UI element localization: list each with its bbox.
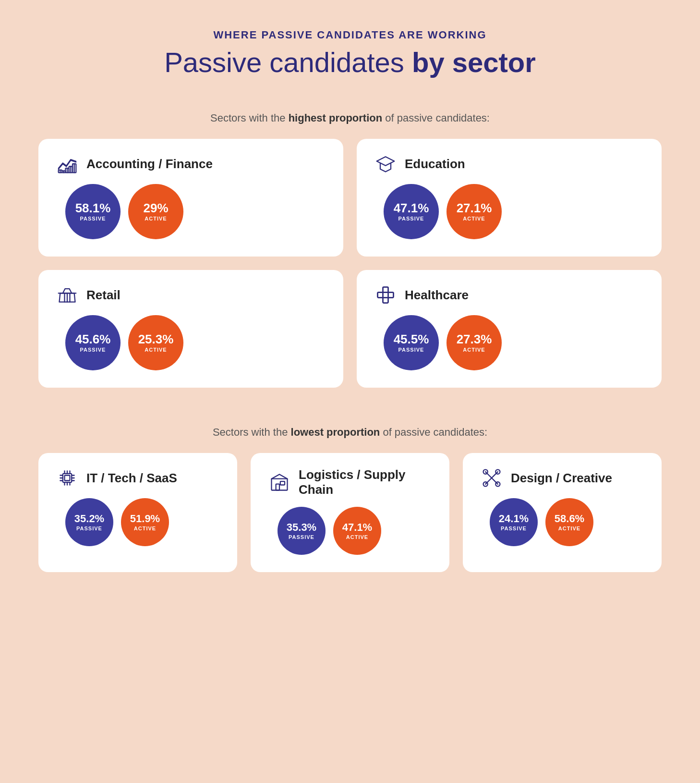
logistics-active-label: ACTIVE [346, 534, 368, 540]
svg-rect-30 [65, 476, 70, 481]
lowest-intro-end: of passive candidates: [380, 426, 487, 438]
card-logistics-stats: 35.3% PASSIVE 47.1% ACTIVE [278, 507, 432, 555]
card-healthcare-title: Healthcare [405, 288, 469, 303]
lowest-intro-bold: lowest proportion [291, 426, 380, 438]
card-design-creative: Design / Creative 24.1% PASSIVE 58.6% AC… [463, 453, 662, 572]
design-passive-value: 24.1% [499, 514, 529, 524]
card-design-header: Design / Creative [480, 467, 644, 489]
design-active-value: 58.6% [555, 514, 584, 524]
svg-rect-32 [276, 484, 279, 490]
highest-intro-bold: highest proportion [289, 112, 383, 124]
healthcare-passive-label: PASSIVE [398, 347, 424, 353]
card-retail-stats: 45.6% PASSIVE 25.3% ACTIVE [65, 315, 326, 370]
healthcare-passive-circle: 45.5% PASSIVE [384, 315, 439, 370]
svg-marker-10 [377, 157, 395, 165]
main-title-bold: by sector [412, 47, 536, 78]
retail-active-circle: 25.3% ACTIVE [128, 315, 183, 370]
design-passive-circle: 24.1% PASSIVE [490, 498, 538, 546]
logistics-passive-label: PASSIVE [289, 534, 314, 540]
card-retail: Retail 45.6% PASSIVE 25.3% ACTIVE [38, 270, 343, 388]
card-education: Education 47.1% PASSIVE 27.1% ACTIVE [357, 139, 662, 257]
scissors-icon [480, 467, 503, 489]
main-title: Passive candidates by sector [164, 46, 536, 78]
retail-active-label: ACTIVE [145, 347, 167, 353]
healthcare-passive-value: 45.5% [394, 333, 429, 345]
card-education-header: Education [374, 153, 644, 174]
education-passive-value: 47.1% [394, 202, 429, 214]
accounting-passive-circle: 58.1% PASSIVE [65, 184, 121, 239]
card-education-stats: 47.1% PASSIVE 27.1% ACTIVE [384, 184, 644, 239]
card-logistics: Logistics / Supply Chain 35.3% PASSIVE 4… [251, 453, 449, 572]
main-title-plain: Passive candidates [164, 47, 412, 78]
education-active-circle: 27.1% ACTIVE [447, 184, 502, 239]
logistics-active-value: 47.1% [342, 522, 372, 533]
warehouse-icon [268, 472, 291, 493]
card-accounting-finance: Accounting / Finance 58.1% PASSIVE 29% A… [38, 139, 343, 257]
card-healthcare-header: Healthcare [374, 284, 644, 306]
card-logistics-header: Logistics / Supply Chain [268, 467, 432, 497]
it-active-label: ACTIVE [134, 526, 156, 531]
card-retail-title: Retail [86, 288, 121, 303]
highest-grid: Accounting / Finance 58.1% PASSIVE 29% A… [38, 139, 662, 388]
graduation-cap-icon [374, 153, 397, 174]
design-passive-label: PASSIVE [501, 526, 527, 531]
card-design-stats: 24.1% PASSIVE 58.6% ACTIVE [490, 498, 644, 546]
highest-section-intro: Sectors with the highest proportion of p… [210, 112, 490, 124]
accounting-active-value: 29% [143, 202, 168, 214]
education-active-value: 27.1% [457, 202, 492, 214]
accounting-passive-value: 58.1% [75, 202, 111, 214]
it-passive-value: 35.2% [74, 514, 104, 524]
design-active-label: ACTIVE [558, 526, 580, 531]
highest-intro-plain: Sectors with the [210, 112, 289, 124]
card-it-stats: 35.2% PASSIVE 51.9% ACTIVE [65, 498, 220, 546]
logistics-active-circle: 47.1% ACTIVE [333, 507, 381, 555]
accounting-passive-label: PASSIVE [80, 216, 106, 221]
card-accounting-stats: 58.1% PASSIVE 29% ACTIVE [65, 184, 326, 239]
it-passive-label: PASSIVE [76, 526, 102, 531]
it-active-value: 51.9% [130, 514, 160, 524]
subtitle: WHERE PASSIVE CANDIDATES ARE WORKING [164, 29, 536, 41]
chart-line-icon [56, 153, 79, 174]
healthcare-active-circle: 27.3% ACTIVE [447, 315, 502, 370]
it-passive-circle: 35.2% PASSIVE [65, 498, 113, 546]
svg-rect-15 [383, 287, 388, 303]
highest-intro-end: of passive candidates: [382, 112, 490, 124]
education-active-label: ACTIVE [463, 216, 485, 221]
logistics-passive-circle: 35.3% PASSIVE [278, 507, 326, 555]
retail-passive-label: PASSIVE [80, 347, 106, 353]
retail-active-value: 25.3% [138, 333, 174, 345]
svg-rect-16 [378, 293, 394, 298]
card-healthcare: Healthcare 45.5% PASSIVE 27.3% ACTIVE [357, 270, 662, 388]
card-education-title: Education [405, 157, 465, 171]
lowest-grid: IT / Tech / SaaS 35.2% PASSIVE 51.9% ACT… [38, 453, 662, 572]
education-passive-label: PASSIVE [398, 216, 424, 221]
healthcare-active-label: ACTIVE [463, 347, 485, 353]
lowest-section-intro: Sectors with the lowest proportion of pa… [213, 426, 487, 439]
healthcare-active-value: 27.3% [457, 333, 492, 345]
card-design-title: Design / Creative [511, 471, 612, 486]
card-it-title: IT / Tech / SaaS [86, 471, 177, 486]
retail-passive-value: 45.6% [75, 333, 111, 345]
design-active-circle: 58.6% ACTIVE [545, 498, 593, 546]
basket-icon [56, 284, 79, 306]
lowest-intro-plain: Sectors with the [213, 426, 291, 438]
cross-icon [374, 284, 397, 306]
card-it-tech-saas: IT / Tech / SaaS 35.2% PASSIVE 51.9% ACT… [38, 453, 237, 572]
card-logistics-title: Logistics / Supply Chain [299, 467, 432, 497]
card-retail-header: Retail [56, 284, 326, 306]
accounting-active-circle: 29% ACTIVE [128, 184, 183, 239]
page-header: WHERE PASSIVE CANDIDATES ARE WORKING Pas… [164, 29, 536, 78]
card-accounting-title: Accounting / Finance [86, 157, 213, 171]
education-passive-circle: 47.1% PASSIVE [384, 184, 439, 239]
card-healthcare-stats: 45.5% PASSIVE 27.3% ACTIVE [384, 315, 644, 370]
retail-passive-circle: 45.6% PASSIVE [65, 315, 121, 370]
chip-icon [56, 467, 79, 489]
it-active-circle: 51.9% ACTIVE [121, 498, 169, 546]
logistics-passive-value: 35.3% [287, 522, 316, 533]
card-it-header: IT / Tech / SaaS [56, 467, 220, 489]
card-accounting-header: Accounting / Finance [56, 153, 326, 174]
svg-rect-33 [280, 481, 285, 485]
accounting-active-label: ACTIVE [145, 216, 167, 221]
